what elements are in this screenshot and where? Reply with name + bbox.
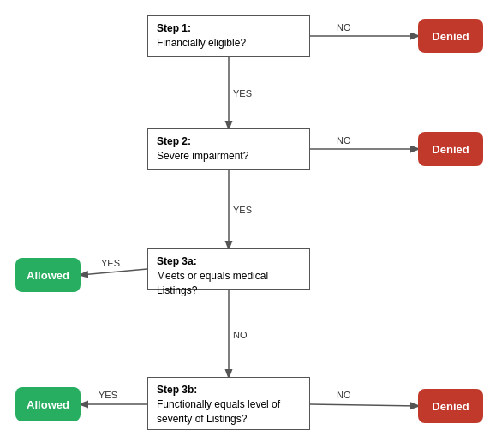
step2-box: Step 2: Severe impairment?: [147, 128, 310, 170]
no-label-3b: NO: [337, 390, 351, 400]
allowed-box-1: Allowed: [15, 258, 81, 292]
step2-label: Step 2:: [157, 135, 191, 147]
svg-line-7: [310, 404, 418, 406]
step3a-question: Meets or equals medical Listings?: [157, 270, 268, 296]
allowed-label-1: Allowed: [27, 269, 69, 282]
no-label-1: NO: [337, 22, 351, 33]
step1-question: Financially eligible?: [157, 37, 246, 49]
step3a-label: Step 3a:: [157, 255, 197, 267]
step1-box: Step 1: Financially eligible?: [147, 15, 310, 57]
no-label-2: NO: [337, 135, 351, 146]
allowed-label-2: Allowed: [27, 398, 69, 411]
denied-label-1: Denied: [432, 30, 469, 43]
step3a-box: Step 3a: Meets or equals medical Listing…: [147, 248, 310, 290]
step1-label: Step 1:: [157, 22, 191, 34]
denied-box-1: Denied: [418, 19, 483, 53]
step3b-question: Functionally equals level of severity of…: [157, 398, 280, 425]
step3b-label: Step 3b:: [157, 384, 197, 396]
step2-question: Severe impairment?: [157, 150, 248, 162]
step3b-box: Step 3b: Functionally equals level of se…: [147, 377, 310, 430]
yes-label-2: YES: [233, 205, 252, 215]
yes-label-1: YES: [233, 88, 252, 99]
no-label-3a: NO: [233, 330, 248, 340]
denied-box-3: Denied: [418, 389, 483, 423]
denied-label-3: Denied: [432, 400, 469, 413]
denied-label-2: Denied: [432, 143, 469, 156]
yes-label-3a: YES: [101, 258, 120, 268]
denied-box-2: Denied: [418, 132, 483, 166]
allowed-box-2: Allowed: [15, 387, 81, 421]
yes-label-3b: YES: [99, 390, 117, 400]
flowchart: YES NO YES NO YES NO YES NO Step: [0, 0, 502, 448]
svg-line-4: [81, 269, 147, 275]
